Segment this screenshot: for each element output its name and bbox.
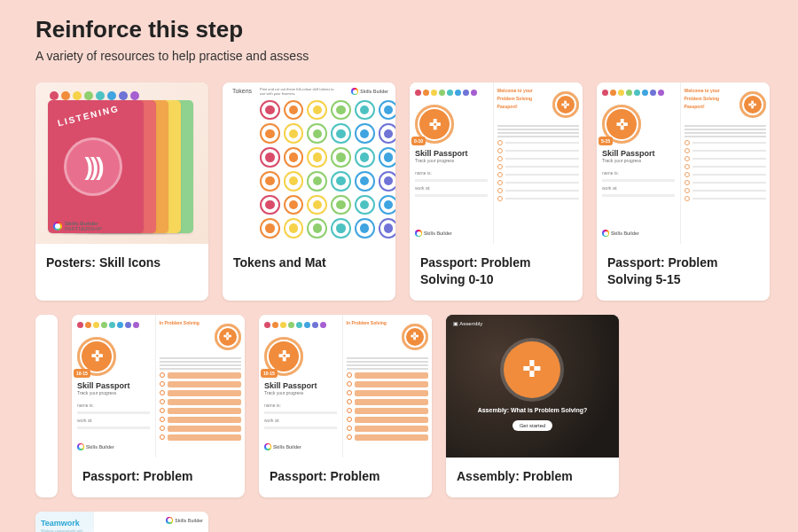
card-title: Passport: Problem Solving 0-10 xyxy=(410,244,583,301)
resource-card[interactable]: LISTENING ))) Skills BuilderPARTNERSHIP … xyxy=(35,82,208,301)
passport-title: Skill Passport xyxy=(77,381,150,390)
passport-title: Skill Passport xyxy=(415,149,488,158)
skillsbuilder-logo: Skills Builder xyxy=(351,88,388,95)
resource-card[interactable]: ✜10-15 Skill Passport Track your progres… xyxy=(259,315,432,497)
teamwork-heading: Teamwork xyxy=(41,519,89,528)
passport-subtitle: Track your progress xyxy=(415,158,488,163)
skill-dot-row xyxy=(602,90,675,96)
skillsbuilder-logo: Skills BuilderPARTNERSHIP xyxy=(53,221,102,231)
passport-title: Skill Passport xyxy=(602,149,675,158)
resource-card[interactable]: ✜10-15 Skill Passport Track your progres… xyxy=(72,315,245,497)
resource-card[interactable]: ✜5-15 Skill Passport Track your progress… xyxy=(597,82,770,301)
page-title: Reinforce this step xyxy=(35,16,798,43)
problem-solving-icon: ✜ xyxy=(402,324,428,350)
problem-solving-icon: ✜10-15 xyxy=(77,337,116,376)
skillsbuilder-logo: Skills Builder xyxy=(77,443,150,450)
tokens-side-label: Tokens xyxy=(230,88,254,239)
passport-subtitle: Track your progress xyxy=(77,390,150,395)
card-title: Posters: Skill Icons xyxy=(35,244,208,284)
card-title: Tokens and Mat xyxy=(223,244,395,284)
resource-card[interactable]: Tokens Print and cut out these full-colo… xyxy=(223,82,395,301)
problem-solving-icon: ✜5-15 xyxy=(602,105,641,144)
listening-icon: ))) xyxy=(64,137,122,196)
skillsbuilder-logo: Skills Builder xyxy=(415,230,488,237)
card-title: Assembly: Problem xyxy=(446,458,619,497)
skillsbuilder-logo: Skills Builder xyxy=(166,517,203,524)
page-subtitle: A variety of resources to help practise … xyxy=(35,49,798,63)
passport-title: Skill Passport xyxy=(264,381,337,390)
skill-dot-row xyxy=(415,90,488,96)
problem-solving-icon: ✜10-15 xyxy=(264,337,303,376)
assembly-caption: Assembly: What is Problem Solving? xyxy=(478,407,588,413)
card-title: Passport: Problem xyxy=(259,458,432,497)
problem-solving-icon: ✜ xyxy=(552,91,579,118)
card-title: Passport: Problem Solving 5-15 xyxy=(597,244,770,301)
card-title: Passport: Problem xyxy=(72,458,245,497)
get-started-button[interactable]: Get started xyxy=(512,420,553,431)
skillsbuilder-logo: Skills Builder xyxy=(602,230,675,237)
passport-subtitle: Track your progress xyxy=(602,158,675,163)
token-grid xyxy=(260,100,388,239)
resource-card[interactable]: ▣ Assembly ✜ Assembly: What is Problem S… xyxy=(446,315,619,497)
resource-card[interactable]: Teamwork Working cooperatively with othe… xyxy=(35,512,208,532)
skillsbuilder-logo: Skills Builder xyxy=(264,443,337,450)
skill-dot-row xyxy=(77,322,150,328)
passport-subtitle: Track your progress xyxy=(264,390,337,395)
problem-solving-icon: ✜ xyxy=(215,324,241,350)
resource-grid: LISTENING ))) Skills BuilderPARTNERSHIP … xyxy=(35,82,798,532)
problem-solving-icon: ✜ xyxy=(504,341,560,398)
resource-card[interactable]: ✜0-10 Skill Passport Track your progress… xyxy=(410,82,583,301)
problem-solving-icon: ✜0-10 xyxy=(415,105,454,144)
skill-dot-row xyxy=(264,322,337,328)
problem-solving-icon: ✜ xyxy=(739,91,766,118)
assembly-tag: ▣ Assembly xyxy=(453,320,482,326)
resource-card-peek[interactable] xyxy=(35,315,58,497)
